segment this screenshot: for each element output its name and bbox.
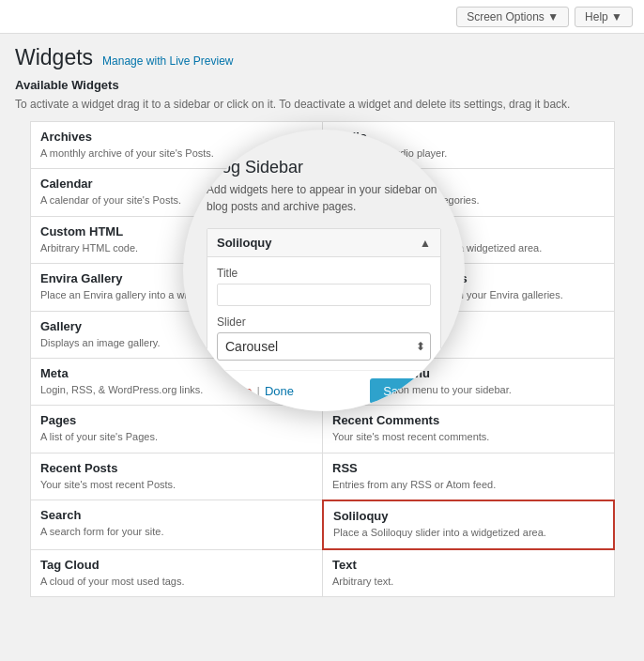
circle-widget-header[interactable]: Soliloquy ▲ <box>207 229 440 257</box>
circle-slider-label: Slider <box>217 315 431 329</box>
circle-done-link[interactable]: Done <box>265 384 294 398</box>
available-widgets-description: To activate a widget drag it to a sideba… <box>0 96 644 122</box>
available-widgets-heading: Available Widgets <box>0 78 644 96</box>
widget-item[interactable]: Text Arbitrary text. <box>322 549 615 597</box>
widget-item[interactable]: Tag Cloud A cloud of your most used tags… <box>30 549 323 597</box>
widget-desc: Your site's most recent comments. <box>332 430 605 444</box>
widget-desc: A search form for your site. <box>40 525 313 539</box>
circle-select-wrapper: Carousel ⬍ <box>217 332 431 361</box>
widget-desc: Arbitrary text. <box>332 575 605 589</box>
widget-desc: Your site's most recent Posts. <box>40 478 313 492</box>
circle-sidebar-desc: Add widgets here to appear in your sideb… <box>207 181 441 215</box>
widget-name: Pages <box>40 413 313 427</box>
widget-name: Recent Posts <box>40 461 313 475</box>
circle-title-input[interactable] <box>217 284 431 306</box>
circle-content: Blog Sidebar ▼ Add widgets here to appea… <box>183 130 465 411</box>
circle-slider-select[interactable]: Carousel <box>217 332 431 361</box>
circle-title-label: Title <box>217 267 431 280</box>
screen-options-button[interactable]: Screen Options ▼ <box>456 7 569 27</box>
page-header: Widgets Manage with Live Preview <box>0 34 644 78</box>
magnifier-overlay: Blog Sidebar ▼ Add widgets here to appea… <box>183 130 465 411</box>
widget-name: Search <box>40 508 313 522</box>
widget-name: Tag Cloud <box>40 558 313 572</box>
widget-item[interactable]: Recent Comments Your site's most recent … <box>322 405 615 453</box>
help-button[interactable]: Help ▼ <box>575 7 633 27</box>
widget-item[interactable]: Recent Posts Your site's most recent Pos… <box>30 453 323 500</box>
widget-item[interactable]: RSS Entries from any RSS or Atom feed. <box>322 453 615 500</box>
widget-item[interactable]: Soliloquy Place a Soliloquy slider into … <box>322 500 615 549</box>
circle-widget-box: Soliloquy ▲ Title Slider Carousel ⬍ <box>207 228 441 411</box>
circle-widget-body: Title Slider Carousel ⬍ <box>207 257 440 370</box>
manage-live-preview-link[interactable]: Manage with Live Preview <box>102 54 233 68</box>
widget-item[interactable]: Search A search form for your site. <box>30 500 323 549</box>
widget-name: Soliloquy <box>333 509 604 523</box>
top-bar: Screen Options ▼ Help ▼ <box>0 0 644 34</box>
widget-desc: A cloud of your most used tags. <box>40 575 313 589</box>
widget-name: Recent Comments <box>332 413 605 427</box>
widget-name: RSS <box>332 461 605 475</box>
widget-desc: Entries from any RSS or Atom feed. <box>332 478 605 492</box>
widget-name: Text <box>332 558 605 572</box>
widget-item[interactable]: Pages A list of your site's Pages. <box>30 405 323 453</box>
circle-widget-name: Soliloquy <box>217 236 272 250</box>
circle-collapse-icon: ▲ <box>420 237 431 250</box>
widget-desc: Place a Soliloquy slider into a widgetiz… <box>333 526 604 540</box>
widget-desc: A list of your site's Pages. <box>40 430 313 444</box>
page-title: Widgets <box>15 45 93 70</box>
